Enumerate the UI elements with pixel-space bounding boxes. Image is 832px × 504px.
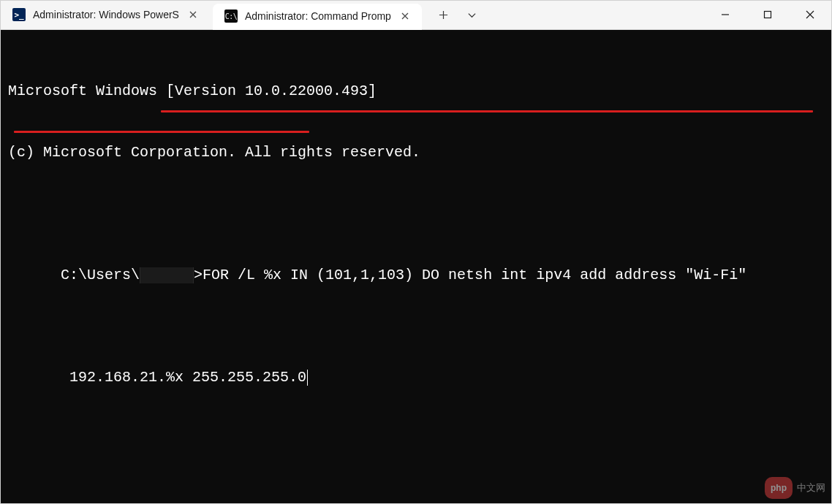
minimize-button[interactable] <box>704 1 746 29</box>
command-text-line1: FOR /L %x IN (101,1,103) DO netsh int ip… <box>203 267 746 283</box>
tab-command-prompt[interactable]: C:\ Administrator: Command Promp <box>213 4 422 30</box>
powershell-icon: >_ <box>12 8 26 21</box>
command-prompt-icon: C:\ <box>224 9 238 23</box>
watermark: php 中文网 <box>765 477 825 499</box>
text-caret <box>307 370 308 386</box>
close-icon <box>401 12 409 20</box>
maximize-icon <box>763 10 772 19</box>
close-icon <box>806 10 814 19</box>
tab-controls <box>422 1 485 29</box>
plus-icon <box>439 10 448 20</box>
new-tab-button[interactable] <box>428 1 460 29</box>
tab-close-button[interactable] <box>398 9 412 23</box>
titlebar-drag-region[interactable] <box>485 1 704 29</box>
tab-dropdown-button[interactable] <box>460 1 485 29</box>
chevron-down-icon <box>467 10 477 20</box>
titlebar: >_ Administrator: Windows PowerS C:\ Adm… <box>1 1 831 30</box>
prompt-prefix: C:\Users\ <box>61 267 140 283</box>
svg-rect-0 <box>765 12 771 18</box>
watermark-text: 中文网 <box>797 478 825 498</box>
window-controls <box>704 1 831 29</box>
prompt-suffix: > <box>194 267 203 283</box>
close-icon <box>189 11 197 18</box>
window-close-button[interactable] <box>789 1 831 29</box>
terminal-line: (c) Microsoft Corporation. All rights re… <box>8 142 824 163</box>
terminal-prompt-row: C:\Users\>FOR /L %x IN (101,1,103) DO ne… <box>8 245 824 306</box>
redacted-username <box>140 267 194 283</box>
tab-powershell[interactable]: >_ Administrator: Windows PowerS <box>1 1 210 29</box>
watermark-pill: php <box>765 477 793 499</box>
terminal-line: Microsoft Windows [Version 10.0.22000.49… <box>8 81 824 102</box>
tab-close-button[interactable] <box>186 8 200 21</box>
maximize-button[interactable] <box>746 1 789 29</box>
terminal-command-row: 192.168.21.%x 255.255.255.0 <box>8 347 824 408</box>
tab-label: Administrator: Windows PowerS <box>33 9 179 20</box>
minimize-icon <box>721 10 730 19</box>
terminal-window: >_ Administrator: Windows PowerS C:\ Adm… <box>0 0 832 504</box>
tab-label: Administrator: Command Promp <box>245 10 391 22</box>
terminal-viewport[interactable]: Microsoft Windows [Version 10.0.22000.49… <box>1 30 831 503</box>
annotation-underline <box>161 110 813 112</box>
command-text-line2: 192.168.21.%x 255.255.255.0 <box>61 369 306 386</box>
annotation-underline <box>14 131 309 133</box>
